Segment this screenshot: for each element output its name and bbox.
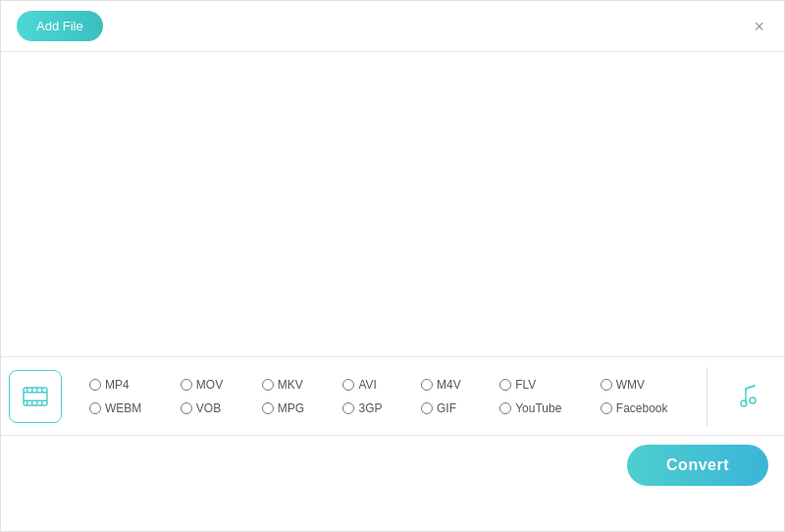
- format-label-facebook[interactable]: Facebook: [616, 401, 668, 415]
- format-label-gif[interactable]: GIF: [437, 401, 456, 415]
- format-radio-wmv[interactable]: [601, 379, 612, 391]
- format-radio-mp4[interactable]: [89, 379, 101, 391]
- svg-point-11: [741, 400, 747, 406]
- format-label-m4v[interactable]: M4V: [437, 378, 461, 392]
- format-tabs: [1, 370, 81, 423]
- format-item-mov[interactable]: MOV: [173, 376, 254, 394]
- svg-rect-6: [41, 388, 43, 392]
- svg-rect-9: [36, 401, 38, 405]
- format-grid: MP4 MOV MKV AVI M4V FLV: [81, 376, 699, 417]
- video-tab-icon-box[interactable]: [9, 370, 62, 423]
- svg-rect-7: [26, 401, 28, 405]
- format-radio-gif[interactable]: [421, 402, 433, 414]
- convert-area: Convert: [1, 435, 784, 494]
- svg-rect-8: [31, 401, 33, 405]
- format-label-mkv[interactable]: MKV: [278, 378, 303, 392]
- format-radio-webm[interactable]: [89, 402, 101, 414]
- svg-rect-4: [31, 388, 33, 392]
- format-item-gif[interactable]: GIF: [413, 399, 492, 417]
- format-label-mpg[interactable]: MPG: [278, 401, 304, 415]
- format-radio-3gp[interactable]: [342, 402, 354, 414]
- add-file-button[interactable]: Add File: [17, 11, 103, 41]
- format-item-youtube[interactable]: YouTube: [492, 399, 593, 417]
- format-item-avi[interactable]: AVI: [335, 376, 413, 394]
- format-label-flv[interactable]: FLV: [515, 378, 536, 392]
- format-item-wmv[interactable]: WMV: [593, 376, 699, 394]
- format-radio-flv[interactable]: [499, 379, 511, 391]
- svg-rect-1: [24, 392, 47, 394]
- format-item-m4v[interactable]: M4V: [413, 376, 492, 394]
- film-icon: [22, 383, 49, 410]
- drop-area: [1, 52, 784, 356]
- format-item-mkv[interactable]: MKV: [254, 376, 336, 394]
- format-label-youtube[interactable]: YouTube: [515, 401, 561, 415]
- format-label-wmv[interactable]: WMV: [616, 378, 645, 392]
- format-radio-avi[interactable]: [342, 379, 354, 391]
- convert-button[interactable]: Convert: [627, 445, 768, 486]
- close-button[interactable]: ×: [750, 16, 768, 37]
- format-divider: [706, 367, 707, 426]
- format-item-webm[interactable]: WEBM: [81, 399, 173, 417]
- format-label-webm[interactable]: WEBM: [105, 401, 141, 415]
- music-note-icon: [735, 382, 764, 411]
- format-radio-vob[interactable]: [181, 402, 192, 414]
- format-radio-mkv[interactable]: [262, 379, 274, 391]
- audio-tab-button[interactable]: [723, 370, 776, 423]
- format-item-mp4[interactable]: MP4: [81, 376, 173, 394]
- format-radio-mov[interactable]: [181, 379, 192, 391]
- svg-rect-10: [41, 401, 43, 405]
- svg-rect-2: [24, 399, 47, 401]
- format-label-avi[interactable]: AVI: [358, 378, 376, 392]
- format-label-mov[interactable]: MOV: [196, 378, 223, 392]
- format-radio-youtube[interactable]: [499, 402, 511, 414]
- svg-point-12: [750, 398, 756, 403]
- format-label-3gp[interactable]: 3GP: [358, 401, 382, 415]
- bottom-panel: MP4 MOV MKV AVI M4V FLV: [1, 356, 784, 435]
- format-label-vob[interactable]: VOB: [196, 401, 221, 415]
- format-radio-mpg[interactable]: [262, 402, 274, 414]
- format-radio-facebook[interactable]: [601, 402, 612, 414]
- format-item-flv[interactable]: FLV: [492, 376, 593, 394]
- format-radio-m4v[interactable]: [421, 379, 433, 391]
- format-item-facebook[interactable]: Facebook: [593, 399, 699, 417]
- format-item-mpg[interactable]: MPG: [254, 399, 336, 417]
- svg-rect-3: [26, 388, 28, 392]
- format-item-3gp[interactable]: 3GP: [335, 399, 413, 417]
- header: Add File ×: [1, 1, 784, 52]
- svg-rect-5: [36, 388, 38, 392]
- format-item-vob[interactable]: VOB: [173, 399, 254, 417]
- app-container: Add File ×: [0, 0, 785, 532]
- format-label-mp4[interactable]: MP4: [105, 378, 130, 392]
